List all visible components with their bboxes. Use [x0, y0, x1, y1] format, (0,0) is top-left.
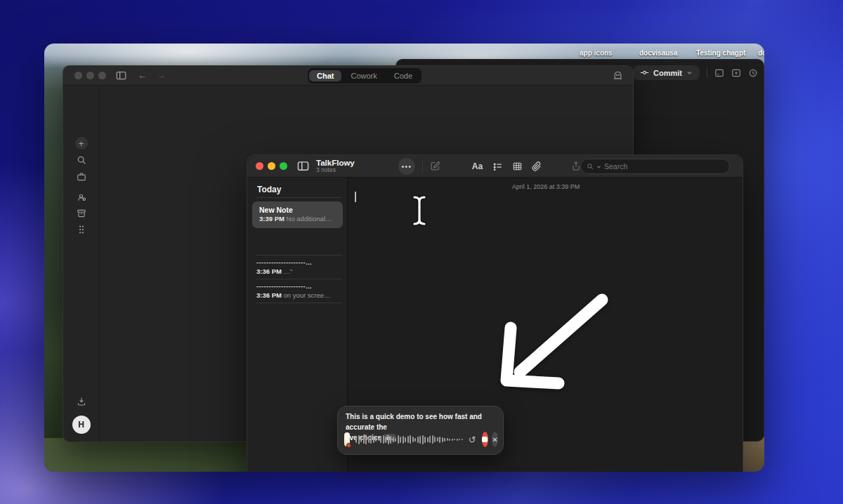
note-date: April 1, 2026 at 3:39 PM: [348, 183, 744, 190]
commit-button[interactable]: Commit: [633, 65, 700, 80]
note-preview: No additional…: [287, 215, 332, 223]
share-icon[interactable]: [571, 161, 581, 171]
format-text-icon[interactable]: Aa: [472, 161, 483, 171]
divider: [256, 303, 342, 303]
ibeam-cursor: [412, 194, 427, 227]
text-caret: [355, 192, 356, 202]
desktop-item-label[interactable]: app icons: [580, 49, 613, 57]
minimize-window-button[interactable]: [86, 72, 94, 79]
tab-chat[interactable]: Chat: [309, 70, 341, 81]
dictation-controls: ↺ ✕: [344, 431, 498, 448]
divider: [256, 255, 342, 256]
window-subtitle: 3 notes: [316, 167, 355, 173]
zoom-window-button[interactable]: [98, 72, 106, 79]
download-icon[interactable]: [77, 397, 86, 406]
toolbar-divider: [422, 161, 423, 172]
tab-cowork[interactable]: Cowork: [343, 70, 384, 81]
window-title-block: TalkFlowy 3 notes: [316, 159, 355, 173]
new-panel-icon[interactable]: [731, 68, 741, 78]
note-title: --------------------…: [256, 259, 341, 266]
minimize-window-button[interactable]: [268, 162, 275, 170]
note-time: 3:39 PM: [259, 215, 285, 223]
note-title: --------------------…: [256, 283, 341, 290]
table-icon[interactable]: [512, 161, 523, 171]
toolbar-divider: [707, 68, 707, 78]
close-window-button[interactable]: [74, 72, 82, 79]
divider: [256, 279, 342, 279]
checklist-icon[interactable]: [492, 161, 503, 171]
search-icon[interactable]: [77, 155, 86, 165]
search-field[interactable]: Search: [580, 159, 730, 174]
note-time: 3:36 PM: [256, 291, 282, 299]
forward-arrow-icon[interactable]: →: [157, 70, 166, 81]
audio-waveform: [355, 432, 463, 446]
new-item-button[interactable]: +: [75, 137, 88, 150]
contact-chat-icon[interactable]: [77, 192, 86, 202]
chevron-down-icon: [596, 164, 601, 169]
close-icon[interactable]: ✕: [492, 432, 498, 447]
compose-note-icon[interactable]: [430, 161, 440, 171]
sidebar-toggle-icon[interactable]: [116, 71, 126, 80]
close-window-button[interactable]: [256, 162, 263, 170]
desktop-item-label[interactable]: do: [758, 49, 764, 57]
zoom-window-button[interactable]: [280, 162, 287, 170]
history-icon[interactable]: [748, 68, 758, 78]
note-preview: …": [284, 267, 293, 275]
chevron-down-icon: [686, 69, 693, 76]
note-list-item-selected[interactable]: New Note 3:39 PM No additional…: [252, 201, 343, 228]
stop-recording-button[interactable]: [482, 432, 488, 447]
commit-label: Commit: [653, 69, 682, 77]
notes-titlebar[interactable]: TalkFlowy 3 notes ••• Aa ••• Search: [247, 155, 743, 178]
avatar[interactable]: H: [72, 416, 91, 434]
tab-code[interactable]: Code: [386, 70, 420, 81]
divider: [256, 197, 342, 198]
sidebar-toggle-icon[interactable]: [297, 161, 309, 171]
desktop: { "desktop": { "labels": ["app icons", "…: [0, 0, 843, 504]
more-options-button[interactable]: •••: [398, 158, 415, 175]
note-time: 3:36 PM: [256, 267, 282, 275]
paperclip-icon[interactable]: [532, 161, 542, 171]
chat-left-rail: + H: [63, 86, 100, 442]
git-commit-icon: [640, 68, 649, 77]
archive-box-icon[interactable]: [77, 208, 86, 218]
search-placeholder: Search: [604, 162, 627, 171]
note-title: New Note: [259, 206, 293, 214]
chat-titlebar[interactable]: ← → Chat Cowork Code: [63, 66, 633, 86]
notes-sidebar: Today New Note 3:39 PM No additional… --…: [247, 178, 348, 472]
desktop-item-label[interactable]: Testing chagpt: [696, 49, 745, 57]
apps-grid-icon[interactable]: [77, 225, 86, 235]
briefcase-icon[interactable]: [77, 172, 86, 182]
terminal-panel-icon[interactable]: [714, 68, 724, 78]
desktop-item-label[interactable]: docvisausa: [639, 49, 677, 57]
chat-tabs: Chat Cowork Code: [308, 68, 422, 84]
back-arrow-icon[interactable]: ←: [138, 70, 147, 81]
note-preview: on your scree…: [284, 291, 331, 299]
section-header: Today: [257, 185, 281, 194]
assistant-ghost-icon[interactable]: [613, 70, 623, 81]
search-icon: [587, 163, 594, 170]
dictation-overlay: This is a quick demo to see how fast and…: [337, 406, 504, 455]
recording-dot: [346, 443, 351, 448]
notes-app-icon[interactable]: [344, 432, 350, 446]
restart-icon[interactable]: ↺: [469, 435, 476, 445]
